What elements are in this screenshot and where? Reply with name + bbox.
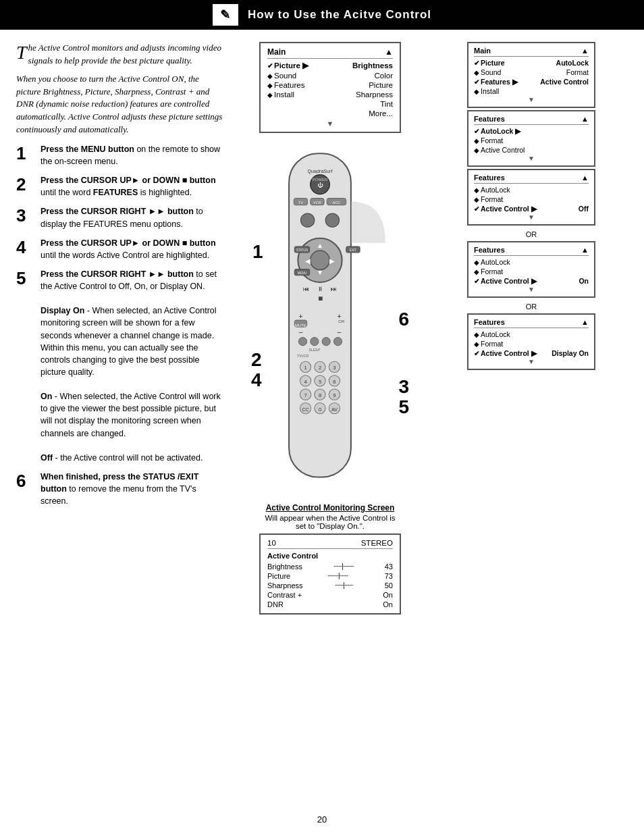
menu-row-more: More... [267, 109, 393, 118]
monitoring-row-picture: Picture ·········|······· 73 [267, 571, 393, 581]
svg-text:−: − [337, 328, 342, 336]
svg-text:0: 0 [319, 407, 321, 413]
monitoring-row-sharpness: Sharpness ·······|······· 50 [267, 581, 393, 590]
svg-text:▲: ▲ [317, 242, 323, 249]
right-menu-4: Features▲ ◆AutoLock ◆Format ✔Active Cont… [467, 241, 595, 298]
right-menu-4-row-autolock: ◆AutoLock [474, 257, 589, 267]
monitoring-section-title: Active Control [267, 552, 393, 560]
svg-text:1: 1 [304, 365, 306, 371]
svg-text:POWER: POWER [312, 177, 328, 182]
left-column: The Active Control monitors and adjusts … [16, 42, 225, 805]
right-menu-2-row-activecontrol: ◆Active Control [474, 145, 589, 155]
svg-point-39 [333, 338, 342, 346]
right-menu-3-row-autolock: ◆AutoLock [474, 185, 589, 194]
intro-para1: he Active Control monitors and adjusts i… [28, 43, 221, 66]
middle-column: Main▲ ✔Picture ▶Brightness ◆SoundColor ◆… [232, 42, 428, 805]
step-2: 2 Press the CURSOR UP► or DOWN ■ button … [16, 174, 225, 199]
svg-point-37 [311, 338, 319, 346]
right-menu-1-title: Main▲ [474, 47, 589, 57]
svg-text:7: 7 [304, 392, 306, 398]
svg-text:TVVCR: TVVCR [297, 354, 309, 358]
remote-step-label-24a: 2 [251, 349, 262, 371]
right-menu-2-row-format: ◆Format [474, 136, 589, 145]
svg-text:AV: AV [331, 407, 338, 413]
svg-point-38 [322, 338, 330, 346]
right-menu-4-row-format: ◆Format [474, 267, 589, 276]
right-menu-3: Features▲ ◆AutoLock ◆Format ✔Active Cont… [467, 169, 595, 226]
step-6-number: 6 [16, 472, 35, 490]
step-2-text: Press the CURSOR UP► or DOWN ■ button un… [41, 174, 225, 199]
monitoring-channel: 10 [267, 539, 276, 547]
svg-text:3: 3 [333, 365, 336, 371]
svg-text:⏹: ⏹ [317, 295, 323, 302]
right-menu-2-down: ▼ [474, 155, 589, 162]
step-1: 1 Press the MENU button on the remote to… [16, 143, 225, 167]
svg-text:4: 4 [304, 379, 307, 385]
step-1-text: Press the MENU button on the remote to s… [41, 143, 225, 167]
right-column: Main▲ ✔PictureAutoLock ◆SoundFormat ✔Fea… [435, 42, 628, 805]
right-menu-1-row-features: ✔Features ▶Active Control [474, 77, 589, 86]
right-menu-1-row-install: ◆Install [474, 86, 589, 96]
top-menu-down-arrow: ▼ [267, 120, 393, 128]
step-6-text: When finished, press the STATUS /EXIT bu… [41, 471, 225, 507]
svg-text:9: 9 [333, 392, 336, 398]
svg-text:◀: ◀ [305, 257, 311, 265]
svg-text:6: 6 [333, 379, 336, 385]
svg-text:MUTE: MUTE [295, 323, 306, 328]
step-4-text: Press the CURSOR UP► or DOWN ■ button un… [41, 237, 225, 261]
svg-text:VCR: VCR [313, 201, 321, 205]
right-menu-5: Features▲ ◆AutoLock ◆Format ✔Active Cont… [467, 313, 595, 370]
monitoring-row-contrast: Contrast + On [267, 590, 393, 600]
right-menu-1-down: ▼ [474, 96, 589, 103]
remote-step-label-1: 1 [252, 241, 263, 263]
remote-step-label-6: 6 [398, 309, 409, 330]
intro-text: The Active Control monitors and adjusts … [16, 42, 225, 136]
step-6: 6 When finished, press the STATUS /EXIT … [16, 471, 225, 507]
svg-text:CC: CC [302, 407, 308, 413]
svg-text:QuadraSurf: QuadraSurf [308, 169, 333, 174]
intro-para2: When you choose to turn the Active Contr… [16, 73, 225, 136]
remote-step-label-24b: 4 [251, 369, 262, 391]
svg-point-12 [325, 213, 339, 227]
remote-svg: QuadraSurf ⏻ POWER TV VCR ACC [239, 147, 401, 491]
right-menu-5-down: ▼ [474, 358, 589, 365]
right-menu-5-title: Features▲ [474, 318, 589, 328]
remote-step-label-35b: 5 [398, 396, 409, 418]
svg-text:STATUS: STATUS [296, 249, 308, 252]
svg-text:⏻: ⏻ [317, 182, 323, 188]
right-menu-5-row-autolock: ◆AutoLock [474, 330, 589, 339]
svg-text:CH: CH [338, 319, 344, 323]
right-menu-3-row-format: ◆Format [474, 194, 589, 204]
monitoring-row-dnr: DNR On [267, 600, 393, 609]
drop-cap: T [16, 43, 27, 62]
step-2-number: 2 [16, 176, 35, 193]
svg-text:2: 2 [319, 365, 321, 371]
right-menu-2: Features▲ ✔AutoLock ▶ ◆Format ◆Active Co… [467, 110, 595, 167]
right-menu-5-row-activecontrol: ✔Active Control ▶Display On [474, 348, 589, 358]
right-menu-1: Main▲ ✔PictureAutoLock ◆SoundFormat ✔Fea… [467, 42, 595, 108]
svg-text:5: 5 [319, 379, 321, 385]
svg-text:TV: TV [298, 201, 303, 205]
or-label-1: OR [526, 230, 537, 238]
svg-text:⏮: ⏮ [303, 286, 309, 292]
svg-text:+: + [298, 312, 303, 320]
svg-text:EXIT: EXIT [350, 249, 356, 252]
right-menu-1-row-sound: ◆SoundFormat [474, 68, 589, 77]
svg-text:8: 8 [319, 392, 321, 398]
right-menu-2-title: Features▲ [474, 115, 589, 125]
monitoring-screen-sub: Will appear when the Active Control is s… [259, 514, 401, 530]
header-title: How to Use the Acitve Control [248, 8, 431, 22]
monitoring-stereo: STEREO [361, 539, 393, 547]
menu-row-install: ◆InstallSharpness [267, 90, 393, 99]
menu-row-tint: Tint [267, 99, 393, 109]
right-menu-4-down: ▼ [474, 286, 589, 293]
page-header: ✎ How to Use the Acitve Control [0, 0, 644, 30]
right-menu-2-row-autolock: ✔AutoLock ▶ [474, 126, 589, 136]
menu-row-features: ◆FeaturesPicture [267, 80, 393, 90]
step-1-number: 1 [16, 145, 35, 162]
menu-row-picture: ✔Picture ▶Brightness [267, 60, 393, 71]
step-5-text: Press the CURSOR RIGHT ►► button to set … [41, 268, 225, 464]
step-4: 4 Press the CURSOR UP► or DOWN ■ button … [16, 237, 225, 261]
svg-text:⏸: ⏸ [317, 286, 323, 292]
page-number: 20 [16, 814, 628, 825]
